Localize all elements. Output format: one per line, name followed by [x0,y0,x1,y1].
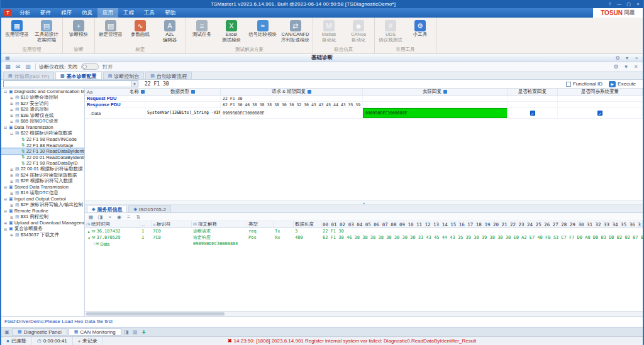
tree-item[interactable]: ⊟ ▣ Input and Output Control [1,196,84,202]
execute-button[interactable]: ▶ Execute [609,81,636,87]
diagnostic-tab[interactable]: ▤ 诊断控制台 [103,72,145,79]
tree-expander-icon[interactable]: ⊞ [9,173,14,177]
message-row-response[interactable]: ▾ ✉ 37.070529 1 7C8 肯定响应 Pos Rx 400 62 F… [85,234,643,241]
tree-item[interactable]: ⊞ ▤ $3E 诊断仪在线 [1,112,84,119]
menu-item[interactable]: 仿真 [77,8,97,18]
menu-item[interactable]: 硬件 [35,8,56,18]
menu-item[interactable]: 分析 [14,8,35,18]
sort-icon[interactable]: ⇅ [135,214,142,220]
collapse-icon[interactable]: ▾ [622,63,630,70]
header-explanation[interactable]: ✉ 报文解释 [192,221,247,227]
table-row-request-pdu[interactable]: Request PDU 22 F1 30 [85,96,643,102]
horizontal-scrollbar[interactable] [85,311,643,316]
tree-expander-icon[interactable]: ⊞ [9,113,14,118]
header-type[interactable]: 类型 [247,221,274,227]
search-icon[interactable]: ◉ [116,214,123,220]
wrench-icon[interactable]: ⚙ [612,63,620,70]
header-request[interactable]: 请求 & 期望回复 [221,89,363,95]
tree-item[interactable]: ⇅ 22 F1 98 ReadDataByID [1,160,84,167]
header-abs-time[interactable]: ◷ 绝对时间 [85,221,140,227]
column-filter-icon[interactable] [443,90,447,94]
tree-expander-icon[interactable]: ⊞ [9,101,14,106]
tree-item[interactable]: ⊟ ▣ Data Transmission [1,124,84,131]
tree-item[interactable]: ⇅ 22 00 01 ReadDataByIdentifier [1,155,84,161]
tree-expander-icon[interactable]: ⊟ [3,89,8,94]
ribbon-button[interactable]: X Excel 测试模块 [219,19,244,43]
pin-panel-icon[interactable]: ▥ [131,329,139,335]
tree-item[interactable]: ⊞ ▣ Upload and Download Management [1,220,84,226]
list-icon[interactable]: ≡ [125,214,132,220]
ribbon-button[interactable]: M Matlab 自动化 [316,19,341,43]
tree-item[interactable]: ⊟ ▣ 复合诊断服务 [1,226,84,233]
sync-sysvar-checkbox[interactable]: ✓ [597,111,602,116]
menu-item[interactable]: 工具 [139,8,160,18]
tree-expander-icon[interactable]: ⊟ [3,197,8,201]
tree-item[interactable]: ⇅ 22 F1 98 ReadVINCode [1,136,84,143]
header-check-response[interactable]: 是否检查回复 [508,89,558,95]
tree-expander-icon[interactable]: ⊞ [9,107,14,112]
ribbon-button[interactable]: ▧ 标定管理器 [98,19,123,38]
panel-splitter[interactable]: ▴ [85,200,643,205]
window-layout-icon[interactable]: ◨ [123,329,130,335]
header-count[interactable]: ... [140,221,152,227]
maximize-button[interactable]: ▢ [624,2,633,7]
ribbon-button[interactable]: + 诊断模块 [66,19,91,38]
open-connection-button[interactable]: 打开 [103,63,113,70]
tree-expander-icon[interactable]: ⊟ [3,125,8,129]
ribbon-button[interactable]: ∿ 参数曲线 [128,19,153,38]
panel-close-icon[interactable]: × [633,55,640,61]
bottom-tab[interactable]: ▦ Diagnostic Panel [12,328,67,336]
close-button[interactable]: × [633,2,643,6]
bottom-tab[interactable]: ▦ CAN Monitoring [69,328,121,336]
clear-icon[interactable]: × [106,214,113,220]
tree-item[interactable]: ⊞ ▤ $31 例程控制 [1,214,84,221]
request-value[interactable]: 090950DEC3000888E [221,108,363,118]
service-bytes-field[interactable]: 22 F1 30 [141,81,564,87]
tree-item[interactable]: ⊟ ▤ $22 根据标识符读取数据 [1,131,84,137]
tree-expander-icon[interactable]: ⊟ [3,185,8,189]
service-combo[interactable]: ▾ [3,80,138,87]
column-filter-icon[interactable] [191,90,195,94]
tree-item[interactable]: ⊞ ▤ $2F 按标识符写输入/输出控制 [1,202,84,209]
tree-expander-icon[interactable]: ⊟ [9,131,14,136]
tree-expander-icon[interactable]: ⊞ [3,221,8,225]
ribbon-button[interactable]: ⚙ 小工具 [408,19,433,38]
tester-online-toggle[interactable] [81,63,99,70]
tree-expander-icon[interactable]: ⊞ [9,191,14,195]
ribbon-button[interactable]: ≡ 测试任务 [189,19,214,38]
toolbar-close-icon[interactable]: × [632,63,640,70]
check-response-checkbox[interactable]: ✓ [530,111,535,116]
diagnostic-tab[interactable]: ▤ 自动诊断流程 [145,72,192,79]
diagnostic-tab[interactable]: ▤ 传输层(ISO TP) [3,72,54,79]
tree-item[interactable]: ⊞ ▤ $10 诊断会话控制 [1,95,84,101]
header-identifier[interactable]: ≡ 标识符 [152,221,192,227]
grid-view-icon[interactable]: ▦ [87,214,94,220]
tree-expander-icon[interactable]: ⊟ [3,227,8,231]
menu-item[interactable]: 程序 [56,8,77,18]
ribbon-button[interactable]: ▤ 工具箱设计 在实时端 [34,19,59,43]
tree-item[interactable]: ⊞ ▤ $343637 下载文件 [1,232,84,238]
message-tab[interactable]: ◆ 服务层信息 [87,205,127,212]
menu-item[interactable]: 工程 [118,8,139,18]
error-status[interactable]: ✖ 14:23:50: [1808] 2023.6.14.901 Registe… [223,337,481,345]
scrollbar-thumb[interactable] [86,312,225,315]
header-sync-sysvar[interactable]: 是否同步系统变量 [558,89,643,95]
panel-dropdown-icon[interactable]: ▾ [623,55,631,61]
tree-item[interactable]: ⊞ ▤ 22 00 01 根据标识符读取数据 [1,167,84,173]
ribbon-button[interactable]: # UDS 协议栈测试 [378,19,403,43]
monitor-icon[interactable]: ▣ [3,329,11,335]
panel-settings-icon[interactable]: ⚙ [614,55,621,61]
response-marker-icon[interactable]: ▾ [86,236,92,240]
tree-expander-icon[interactable]: ⊞ [9,167,14,172]
column-filter-icon[interactable] [308,90,311,94]
tree-item[interactable]: ⊞ ▤ $2E 根据标识符写入数据 [1,178,84,185]
ribbon-button[interactable]: ▦ 应用管理器 [4,19,30,38]
splitter-collapse-icon[interactable]: ▴ [363,200,365,205]
tree-item[interactable]: ⊟ ▣ Diagnostic and Communication Managem [1,89,84,95]
tree-expander-icon[interactable]: ⊞ [9,203,14,207]
tree-item[interactable]: ⊞ ▤ $85 控制DTC设置 [1,119,84,125]
tree-expander-icon[interactable]: ⊞ [9,233,14,237]
tree-item[interactable]: ⊟ ▣ Remote Routine [1,208,84,214]
tree-item[interactable]: ⊞ ▤ $24 按标识符读取缩放数据 [1,172,84,178]
layers-icon[interactable]: ▥ [24,63,32,70]
